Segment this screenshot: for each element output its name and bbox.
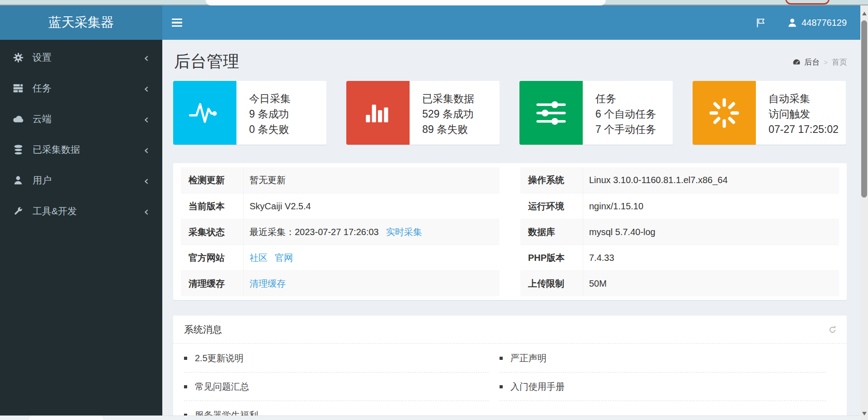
row-value: 50M	[589, 278, 607, 289]
info-box-line: 访问触发	[769, 106, 841, 122]
user-icon	[787, 18, 797, 28]
info-box-line: 89 条失败	[422, 122, 495, 137]
sidebar-toggle-button[interactable]	[172, 5, 193, 40]
row-label: 官方网站	[181, 245, 244, 270]
row-value: 最近采集：2023-07-27 17:26:03	[250, 226, 379, 238]
message-item[interactable]: 2.5更新说明	[184, 344, 489, 373]
table-row: 清理缓存 清理缓存	[181, 270, 500, 296]
tasks-icon	[12, 82, 24, 94]
sidebar-item-users[interactable]: 用户 ‹	[0, 165, 162, 196]
panel-title: 系统消息	[184, 323, 222, 336]
sidebar-item-label: 已采集数据	[33, 143, 80, 156]
message-label: 常见问题汇总	[195, 381, 249, 393]
message-label: 严正声明	[510, 352, 547, 364]
status-table-right: 操作系统 Linux 3.10.0-1160.81.1.el7.x86_64 运…	[520, 167, 839, 296]
scroll-up-button[interactable]	[860, 9, 868, 18]
hamburger-icon	[172, 19, 193, 20]
sidebar-item-label: 任务	[33, 82, 52, 94]
row-label: 当前版本	[181, 193, 244, 219]
sidebar-item-label: 用户	[33, 174, 52, 187]
chevron-left-icon: ‹	[144, 52, 149, 64]
info-box-title: 任务	[595, 91, 668, 106]
spinner-icon	[693, 81, 756, 145]
table-row: 运行环境 nginx/1.15.10	[520, 193, 839, 219]
sidebar-item-cloud[interactable]: 云端 ‹	[0, 104, 162, 134]
info-box-tasks: 任务 6 个自动任务 7 个手动任务	[519, 81, 673, 145]
row-label: 清理缓存	[181, 271, 244, 296]
row-value: nginx/1.15.10	[589, 201, 643, 212]
breadcrumb-root-link[interactable]: 后台	[792, 57, 820, 67]
table-row: 当前版本 SkyCaiji V2.5.4	[181, 193, 500, 219]
info-box-collected-data: 已采集数据 529 条成功 89 条失败	[346, 81, 500, 145]
bullet-icon	[500, 385, 503, 388]
message-item[interactable]: 入门使用手册	[500, 373, 826, 401]
info-box-line: 7 个手动任务	[595, 122, 668, 137]
message-label: 入门使用手册	[510, 381, 565, 393]
row-label: PHP版本	[520, 245, 583, 270]
sidebar-item-collected-data[interactable]: 已采集数据 ‹	[0, 134, 162, 165]
message-item[interactable]: 严正声明	[500, 344, 826, 373]
scrollbar[interactable]	[860, 5, 868, 420]
info-box-auto-collect: 自动采集 访问触发 07-27 17:25:02	[693, 81, 846, 145]
info-box-line: 07-27 17:25:02	[769, 122, 841, 137]
table-row: 数据库 mysql 5.7.40-log	[520, 219, 839, 245]
sidebar-item-label: 云端	[33, 113, 52, 125]
user-menu[interactable]: 448776129	[787, 18, 847, 28]
info-box-today-collect: 今日采集 9 条成功 0 条失败	[173, 81, 326, 145]
info-box-line: 0 条失败	[249, 122, 322, 137]
info-box-line: 9 条成功	[249, 106, 322, 122]
person-icon	[12, 175, 24, 186]
user-id-label: 448776129	[802, 18, 847, 28]
system-messages-panel: 系统消息 2.5更新说明 常见问题汇总 服	[173, 316, 847, 420]
chevron-left-icon: ‹	[144, 113, 149, 125]
dashboard-icon	[792, 58, 801, 67]
row-label: 数据库	[520, 219, 583, 245]
sliders-icon	[519, 81, 583, 145]
browser-edge-strip	[0, 0, 868, 5]
chevron-left-icon: ‹	[144, 205, 149, 217]
bar-chart-icon	[346, 81, 410, 145]
table-row: 检测更新 暂无更新	[181, 167, 500, 193]
refresh-icon[interactable]	[828, 326, 837, 334]
row-label: 检测更新	[181, 167, 244, 193]
sidebar-item-tools-dev[interactable]: 工具&开发 ‹	[0, 196, 162, 227]
row-label: 上传限制	[520, 271, 583, 296]
table-row: 采集状态 最近采集：2023-07-27 17:26:03 实时采集	[181, 219, 500, 245]
chevron-left-icon: ‹	[144, 82, 149, 94]
sidebar-item-label: 设置	[33, 51, 52, 64]
scroll-thumb[interactable]	[861, 20, 867, 198]
omnibox-remnant	[206, 0, 606, 5]
row-label: 运行环境	[520, 193, 583, 219]
sidebar-item-settings[interactable]: 设置 ‹	[0, 42, 162, 73]
sidebar-item-tasks[interactable]: 任务 ‹	[0, 73, 162, 104]
cloud-icon	[12, 113, 24, 125]
chevron-left-icon: ‹	[144, 175, 149, 187]
row-value: 暂无更新	[250, 174, 286, 186]
info-box-title: 自动采集	[769, 91, 841, 106]
message-item[interactable]: 常见问题汇总	[184, 373, 489, 401]
brand-logo[interactable]: 蓝天采集器	[0, 5, 162, 40]
clear-cache-link[interactable]: 清理缓存	[250, 278, 286, 290]
official-site-link[interactable]: 官网	[275, 252, 293, 264]
realtime-collect-link[interactable]: 实时采集	[386, 226, 422, 238]
sidebar: 设置 ‹ 任务 ‹ 云端 ‹	[0, 40, 162, 420]
bullet-icon	[184, 385, 187, 388]
gear-icon	[12, 52, 24, 63]
community-link[interactable]: 社区	[250, 252, 268, 264]
table-row: PHP版本 7.4.33	[520, 245, 839, 270]
bullet-icon	[500, 357, 503, 360]
bullet-icon	[184, 357, 187, 360]
table-row: 操作系统 Linux 3.10.0-1160.81.1.el7.x86_64	[520, 167, 839, 193]
pulse-icon	[173, 81, 236, 145]
breadcrumb-separator: >	[824, 58, 828, 66]
page-title: 后台管理	[174, 51, 847, 73]
scroll-down-button[interactable]	[860, 409, 868, 418]
info-box-line: 6 个自动任务	[595, 106, 668, 122]
row-value: Linux 3.10.0-1160.81.1.el7.x86_64	[589, 175, 728, 185]
system-status-panel: 检测更新 暂无更新 当前版本 SkyCaiji V2.5.4 采集状态 最近采集…	[173, 163, 847, 300]
wrench-icon	[12, 206, 24, 217]
info-box-title: 今日采集	[249, 91, 322, 106]
breadcrumb-current[interactable]: 首页	[832, 57, 847, 67]
main-content: 后台管理 后台 > 首页	[162, 40, 860, 420]
flag-icon[interactable]	[755, 17, 766, 28]
